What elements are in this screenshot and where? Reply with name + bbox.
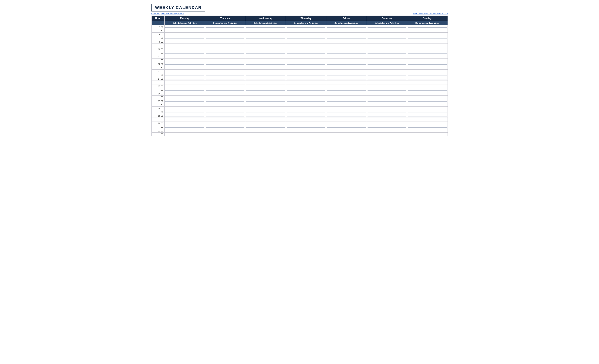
schedule-cell[interactable]	[407, 84, 448, 88]
schedule-cell[interactable]	[367, 92, 407, 96]
schedule-cell-half[interactable]	[367, 125, 407, 129]
schedule-cell-half[interactable]	[205, 110, 245, 114]
schedule-cell-half[interactable]	[205, 133, 245, 136]
schedule-cell-half[interactable]	[205, 59, 245, 62]
schedule-cell[interactable]	[164, 40, 205, 44]
schedule-cell-half[interactable]	[245, 44, 286, 47]
schedule-cell[interactable]	[326, 84, 367, 88]
schedule-cell-half[interactable]	[245, 66, 286, 70]
schedule-cell-half[interactable]	[286, 110, 326, 114]
schedule-cell-half[interactable]	[407, 29, 448, 33]
schedule-cell-half[interactable]	[164, 81, 205, 84]
schedule-cell-half[interactable]	[164, 96, 205, 99]
schedule-cell[interactable]	[205, 77, 245, 81]
schedule-cell[interactable]	[205, 33, 245, 36]
schedule-cell[interactable]	[245, 129, 286, 133]
schedule-cell-half[interactable]	[164, 118, 205, 122]
schedule-cell[interactable]	[205, 122, 245, 125]
link-left[interactable]: more templates at exceltemplate.net	[151, 12, 184, 14]
schedule-cell-half[interactable]	[367, 133, 407, 136]
schedule-cell[interactable]	[286, 55, 326, 59]
schedule-cell-half[interactable]	[205, 125, 245, 129]
schedule-cell[interactable]	[286, 40, 326, 44]
schedule-cell[interactable]	[286, 77, 326, 81]
schedule-cell-half[interactable]	[326, 110, 367, 114]
schedule-cell-half[interactable]	[245, 29, 286, 33]
schedule-cell-half[interactable]	[326, 59, 367, 62]
schedule-cell-half[interactable]	[286, 36, 326, 40]
schedule-cell-half[interactable]	[245, 118, 286, 122]
schedule-cell[interactable]	[245, 114, 286, 118]
schedule-cell-half[interactable]	[205, 44, 245, 47]
schedule-cell-half[interactable]	[407, 96, 448, 99]
schedule-cell-half[interactable]	[286, 51, 326, 55]
schedule-cell[interactable]	[407, 107, 448, 110]
schedule-cell[interactable]	[164, 33, 205, 36]
schedule-cell[interactable]	[407, 40, 448, 44]
schedule-cell-half[interactable]	[326, 96, 367, 99]
schedule-cell[interactable]	[245, 33, 286, 36]
schedule-cell-half[interactable]	[164, 44, 205, 47]
schedule-cell[interactable]	[205, 99, 245, 103]
schedule-cell[interactable]	[164, 99, 205, 103]
schedule-cell-half[interactable]	[407, 44, 448, 47]
schedule-cell-half[interactable]	[407, 125, 448, 129]
schedule-cell-half[interactable]	[286, 125, 326, 129]
schedule-cell[interactable]	[245, 84, 286, 88]
schedule-cell-half[interactable]	[367, 118, 407, 122]
schedule-cell-half[interactable]	[245, 36, 286, 40]
schedule-cell-half[interactable]	[245, 59, 286, 62]
schedule-cell[interactable]	[164, 77, 205, 81]
schedule-cell[interactable]	[164, 129, 205, 133]
schedule-cell-half[interactable]	[205, 51, 245, 55]
schedule-cell[interactable]	[407, 129, 448, 133]
schedule-cell[interactable]	[245, 47, 286, 51]
schedule-cell[interactable]	[245, 70, 286, 73]
schedule-cell[interactable]	[286, 47, 326, 51]
link-right[interactable]: more calendars at excelcalendars.com	[413, 12, 448, 14]
schedule-cell[interactable]	[286, 107, 326, 110]
schedule-cell[interactable]	[407, 70, 448, 73]
schedule-cell-half[interactable]	[245, 88, 286, 92]
schedule-cell[interactable]	[245, 25, 286, 29]
schedule-cell[interactable]	[205, 70, 245, 73]
schedule-cell[interactable]	[407, 62, 448, 66]
schedule-cell-half[interactable]	[326, 73, 367, 77]
schedule-cell-half[interactable]	[245, 110, 286, 114]
schedule-cell[interactable]	[407, 77, 448, 81]
schedule-cell[interactable]	[164, 70, 205, 73]
schedule-cell[interactable]	[326, 122, 367, 125]
schedule-cell[interactable]	[164, 92, 205, 96]
schedule-cell[interactable]	[286, 92, 326, 96]
schedule-cell-half[interactable]	[205, 118, 245, 122]
schedule-cell[interactable]	[245, 122, 286, 125]
schedule-cell[interactable]	[407, 55, 448, 59]
schedule-cell[interactable]	[367, 99, 407, 103]
schedule-cell-half[interactable]	[164, 51, 205, 55]
schedule-cell-half[interactable]	[245, 96, 286, 99]
schedule-cell-half[interactable]	[407, 73, 448, 77]
schedule-cell-half[interactable]	[367, 110, 407, 114]
schedule-cell-half[interactable]	[367, 51, 407, 55]
schedule-cell[interactable]	[164, 62, 205, 66]
schedule-cell-half[interactable]	[326, 118, 367, 122]
schedule-cell-half[interactable]	[326, 29, 367, 33]
schedule-cell[interactable]	[367, 47, 407, 51]
schedule-cell[interactable]	[245, 62, 286, 66]
schedule-cell-half[interactable]	[326, 44, 367, 47]
schedule-cell-half[interactable]	[286, 133, 326, 136]
schedule-cell[interactable]	[245, 107, 286, 110]
schedule-cell-half[interactable]	[367, 44, 407, 47]
schedule-cell[interactable]	[326, 77, 367, 81]
schedule-cell[interactable]	[205, 92, 245, 96]
schedule-cell[interactable]	[164, 55, 205, 59]
schedule-cell-half[interactable]	[286, 88, 326, 92]
schedule-cell[interactable]	[164, 107, 205, 110]
schedule-cell[interactable]	[367, 55, 407, 59]
schedule-cell[interactable]	[205, 55, 245, 59]
schedule-cell-half[interactable]	[326, 133, 367, 136]
schedule-cell[interactable]	[205, 107, 245, 110]
schedule-cell-half[interactable]	[205, 29, 245, 33]
schedule-cell-half[interactable]	[367, 29, 407, 33]
schedule-cell[interactable]	[164, 122, 205, 125]
